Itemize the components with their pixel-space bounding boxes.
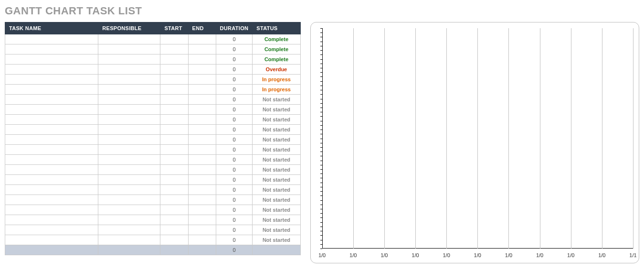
cell-taskname[interactable] bbox=[5, 54, 98, 65]
cell-status[interactable]: Not started bbox=[253, 165, 300, 175]
cell-end[interactable] bbox=[188, 165, 216, 175]
table-row[interactable]: 0Not started bbox=[5, 215, 301, 225]
cell-start[interactable] bbox=[160, 195, 188, 205]
cell-status[interactable]: Not started bbox=[253, 95, 300, 105]
cell-taskname[interactable] bbox=[5, 65, 98, 75]
cell-end[interactable] bbox=[188, 145, 216, 155]
cell-duration[interactable]: 0 bbox=[216, 205, 253, 215]
table-row[interactable]: 0In progress bbox=[5, 75, 301, 85]
cell-status[interactable]: Not started bbox=[253, 135, 300, 145]
cell-responsible[interactable] bbox=[98, 145, 160, 155]
cell-start[interactable] bbox=[160, 65, 188, 75]
table-row[interactable]: 0Not started bbox=[5, 145, 301, 155]
cell-status[interactable]: Not started bbox=[253, 225, 300, 235]
cell-status[interactable]: Not started bbox=[253, 195, 300, 205]
cell-status[interactable]: Not started bbox=[253, 175, 300, 185]
cell-status[interactable]: Not started bbox=[253, 235, 300, 245]
table-row[interactable]: 0Not started bbox=[5, 105, 301, 115]
table-row[interactable]: 0Complete bbox=[5, 44, 301, 54]
cell-start[interactable] bbox=[160, 115, 188, 125]
cell-duration[interactable]: 0 bbox=[216, 155, 253, 165]
cell-status[interactable]: Not started bbox=[253, 155, 300, 165]
cell-duration[interactable]: 0 bbox=[216, 44, 253, 54]
cell-duration[interactable]: 0 bbox=[216, 185, 253, 195]
cell-taskname[interactable] bbox=[5, 185, 98, 195]
table-row[interactable]: 0Overdue bbox=[5, 65, 301, 75]
cell-status[interactable]: Not started bbox=[253, 115, 300, 125]
cell-end[interactable] bbox=[188, 195, 216, 205]
cell-taskname[interactable] bbox=[5, 235, 98, 245]
cell-end[interactable] bbox=[188, 85, 216, 95]
cell-start[interactable] bbox=[160, 175, 188, 185]
cell-start[interactable] bbox=[160, 205, 188, 215]
cell-duration[interactable]: 0 bbox=[216, 95, 253, 105]
cell-end[interactable] bbox=[188, 175, 216, 185]
table-row[interactable]: 0Not started bbox=[5, 115, 301, 125]
cell-start[interactable] bbox=[160, 155, 188, 165]
table-row[interactable]: 0Not started bbox=[5, 95, 301, 105]
cell-taskname[interactable] bbox=[5, 125, 98, 135]
cell-status[interactable]: Not started bbox=[253, 215, 300, 225]
cell-responsible[interactable] bbox=[98, 195, 160, 205]
cell-responsible[interactable] bbox=[98, 105, 160, 115]
cell-status[interactable]: Complete bbox=[253, 34, 300, 44]
cell-end[interactable] bbox=[188, 34, 216, 44]
cell-duration[interactable]: 0 bbox=[216, 235, 253, 245]
table-row[interactable]: 0Not started bbox=[5, 165, 301, 175]
cell-end[interactable] bbox=[188, 105, 216, 115]
cell-taskname[interactable] bbox=[5, 225, 98, 235]
cell-start[interactable] bbox=[160, 185, 188, 195]
table-row[interactable]: 0Complete bbox=[5, 34, 301, 44]
cell-taskname[interactable] bbox=[5, 115, 98, 125]
cell-end[interactable] bbox=[188, 54, 216, 65]
cell-responsible[interactable] bbox=[98, 95, 160, 105]
table-row[interactable]: 0Not started bbox=[5, 185, 301, 195]
table-row[interactable]: 0Not started bbox=[5, 225, 301, 235]
cell-start[interactable] bbox=[160, 125, 188, 135]
cell-duration[interactable]: 0 bbox=[216, 105, 253, 115]
table-row[interactable]: 0Not started bbox=[5, 125, 301, 135]
cell-end[interactable] bbox=[188, 215, 216, 225]
cell-responsible[interactable] bbox=[98, 115, 160, 125]
cell-status[interactable]: In progress bbox=[253, 75, 300, 85]
cell-end[interactable] bbox=[188, 235, 216, 245]
cell-taskname[interactable] bbox=[5, 165, 98, 175]
table-row[interactable]: 0Not started bbox=[5, 195, 301, 205]
cell-duration[interactable]: 0 bbox=[216, 125, 253, 135]
cell-duration[interactable]: 0 bbox=[216, 225, 253, 235]
cell-responsible[interactable] bbox=[98, 215, 160, 225]
cell-responsible[interactable] bbox=[98, 165, 160, 175]
cell-start[interactable] bbox=[160, 95, 188, 105]
cell-duration[interactable]: 0 bbox=[216, 195, 253, 205]
cell-duration[interactable]: 0 bbox=[216, 54, 253, 65]
cell-status[interactable]: Not started bbox=[253, 125, 300, 135]
cell-start[interactable] bbox=[160, 165, 188, 175]
cell-responsible[interactable] bbox=[98, 44, 160, 54]
cell-status[interactable]: Not started bbox=[253, 205, 300, 215]
cell-end[interactable] bbox=[188, 95, 216, 105]
cell-end[interactable] bbox=[188, 205, 216, 215]
cell-status[interactable]: Overdue bbox=[253, 65, 300, 75]
cell-start[interactable] bbox=[160, 135, 188, 145]
table-row[interactable]: 0Not started bbox=[5, 205, 301, 215]
cell-end[interactable] bbox=[188, 65, 216, 75]
cell-start[interactable] bbox=[160, 145, 188, 155]
cell-taskname[interactable] bbox=[5, 155, 98, 165]
cell-taskname[interactable] bbox=[5, 135, 98, 145]
cell-status[interactable]: Not started bbox=[253, 145, 300, 155]
cell-end[interactable] bbox=[188, 185, 216, 195]
cell-responsible[interactable] bbox=[98, 185, 160, 195]
cell-status[interactable]: In progress bbox=[253, 85, 300, 95]
cell-status[interactable]: Not started bbox=[253, 105, 300, 115]
cell-end[interactable] bbox=[188, 125, 216, 135]
cell-start[interactable] bbox=[160, 105, 188, 115]
cell-start[interactable] bbox=[160, 225, 188, 235]
cell-taskname[interactable] bbox=[5, 205, 98, 215]
cell-start[interactable] bbox=[160, 54, 188, 65]
cell-status[interactable]: Not started bbox=[253, 185, 300, 195]
cell-start[interactable] bbox=[160, 215, 188, 225]
table-row[interactable]: 0Not started bbox=[5, 135, 301, 145]
cell-duration[interactable]: 0 bbox=[216, 85, 253, 95]
cell-taskname[interactable] bbox=[5, 145, 98, 155]
cell-duration[interactable]: 0 bbox=[216, 215, 253, 225]
